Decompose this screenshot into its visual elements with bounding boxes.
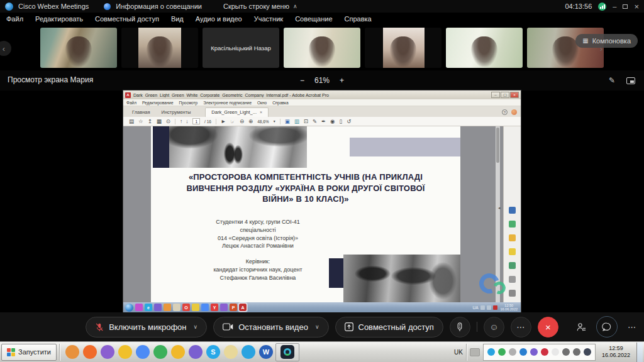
task-media-player-icon[interactable] xyxy=(65,345,79,359)
participant-thumbnail-2[interactable] xyxy=(121,28,198,68)
systray-telegram-icon[interactable] xyxy=(487,348,495,356)
create-pdf-icon[interactable] xyxy=(509,207,516,214)
itray-alert-icon[interactable] xyxy=(493,305,497,310)
page-view-icon[interactable]: ▣ xyxy=(285,119,290,124)
more-options-button[interactable]: ⋯ xyxy=(511,317,531,337)
ruler-icon[interactable]: ▥ xyxy=(294,119,299,124)
tab-tools[interactable]: Инструменты xyxy=(156,108,197,117)
task-skype-icon[interactable]: S xyxy=(206,345,220,359)
menu-audio-video[interactable]: Аудио и видео xyxy=(196,15,242,23)
systray-alert-icon[interactable] xyxy=(541,348,548,356)
connection-quality-icon[interactable] xyxy=(598,3,606,11)
task-firefox-icon[interactable] xyxy=(83,345,97,359)
menu-file[interactable]: Файл xyxy=(6,15,23,23)
picture-in-picture-icon[interactable] xyxy=(626,77,635,84)
itb-edge-icon[interactable]: e xyxy=(145,304,152,311)
systray-messages-icon[interactable] xyxy=(584,348,591,356)
start-button[interactable]: Запустити xyxy=(1,344,57,361)
document-zoom-level[interactable]: 48,6% xyxy=(257,119,269,124)
participant-thumbnail-6[interactable] xyxy=(446,28,523,68)
task-viber-icon[interactable] xyxy=(189,345,203,359)
zoom-dropdown-icon[interactable]: ▾ xyxy=(274,119,275,123)
minimize-button[interactable]: – xyxy=(613,3,616,10)
scrollbar-thumb[interactable] xyxy=(496,128,499,163)
systray-flag-icon[interactable] xyxy=(552,348,559,356)
itb-folder-icon[interactable] xyxy=(154,304,162,311)
acrobat-menu-view[interactable]: Просмотр xyxy=(179,101,198,105)
recorder-button[interactable] xyxy=(450,317,470,337)
pencil-icon[interactable]: ✎ xyxy=(313,119,317,124)
itb-chrome-icon[interactable] xyxy=(201,304,209,311)
task-kmplayer-icon[interactable] xyxy=(101,345,114,359)
systray-clipboard-icon[interactable] xyxy=(509,348,516,356)
account-avatar[interactable] xyxy=(511,109,517,115)
acrobat-menu-edit[interactable]: Редактирование xyxy=(142,101,174,105)
task-word-icon[interactable]: W xyxy=(259,345,273,359)
page-number-input[interactable]: 1 xyxy=(192,118,200,124)
unmute-button[interactable]: Включить микрофон ∨ xyxy=(86,317,207,337)
restore-button[interactable] xyxy=(623,3,628,10)
undo-icon[interactable]: ↺ xyxy=(347,119,351,124)
task-chrome-beta-icon[interactable] xyxy=(153,345,167,359)
task-chrome-canary-icon[interactable] xyxy=(171,345,185,359)
previous-participants-button[interactable]: ‹ xyxy=(0,41,11,56)
zoom-out-icon[interactable]: ⊖ xyxy=(240,119,244,124)
acrobat-close-button[interactable]: × xyxy=(510,92,519,98)
mic-options-chevron-icon[interactable]: ∨ xyxy=(194,324,198,330)
itb-viber-icon[interactable] xyxy=(220,304,228,311)
itb-yandex-icon[interactable]: Y xyxy=(211,304,218,311)
language-indicator[interactable]: UK xyxy=(454,349,463,356)
export-excel-icon[interactable] xyxy=(509,221,516,228)
menu-edit[interactable]: Редактировать xyxy=(35,15,83,23)
tab-home[interactable]: Главная xyxy=(126,108,156,117)
itb-player-icon[interactable] xyxy=(164,304,171,311)
participant-thumbnail-3[interactable]: Красільніцький Назар xyxy=(203,28,279,68)
share-content-button[interactable]: Совместный доступ xyxy=(335,317,443,337)
itb-photos-icon[interactable] xyxy=(173,304,180,311)
menu-meeting[interactable]: Совещание xyxy=(295,15,332,23)
hide-menu-label[interactable]: Скрыть строку меню xyxy=(223,3,289,10)
hide-menu-control[interactable]: Скрыть строку меню ∧ xyxy=(223,3,297,10)
upload-icon[interactable]: ↥ xyxy=(148,119,152,124)
more-panels-button[interactable]: ⋯ xyxy=(628,322,636,332)
menu-help[interactable]: Справка xyxy=(345,15,372,23)
itb-security-icon[interactable] xyxy=(192,304,199,311)
zoom-in-button[interactable]: + xyxy=(340,76,344,85)
page-down-icon[interactable]: ↓ xyxy=(186,119,188,124)
taskbar-clock[interactable]: 12:59 16.06.2022 xyxy=(599,345,633,359)
comment-tool-icon[interactable] xyxy=(509,248,516,255)
search-icon[interactable]: ⊙ xyxy=(166,119,170,124)
help-icon[interactable]: ? xyxy=(502,109,508,115)
meeting-info-icon[interactable] xyxy=(104,3,111,10)
itray-chevron-icon[interactable] xyxy=(480,305,485,310)
print-icon[interactable]: ▦ xyxy=(157,119,162,124)
zoom-out-button[interactable]: − xyxy=(300,76,304,85)
participant-thumbnail-1[interactable] xyxy=(40,28,117,68)
acrobat-menu-window[interactable]: Окно xyxy=(257,101,267,105)
layout-button[interactable]: ▦ Компоновка xyxy=(575,34,638,48)
acrobat-minimize-button[interactable]: – xyxy=(491,92,500,98)
menu-participant[interactable]: Участник xyxy=(254,15,283,23)
participants-button[interactable] xyxy=(576,322,586,332)
systray-browser-icon[interactable] xyxy=(519,348,527,356)
task-avg-icon[interactable] xyxy=(118,345,132,359)
print-production-icon[interactable] xyxy=(509,262,516,269)
show-desktop-button[interactable] xyxy=(636,343,643,362)
video-options-chevron-icon[interactable]: ∨ xyxy=(315,324,319,330)
stamp-icon[interactable]: ◉ xyxy=(330,119,335,124)
acrobat-restore-button[interactable]: ▢ xyxy=(501,92,509,98)
itb-opera-icon[interactable]: O xyxy=(182,304,190,311)
page-up-icon[interactable]: ↑ xyxy=(180,119,182,124)
comment-icon[interactable]: ⊡ xyxy=(304,119,308,124)
task-explorer-icon[interactable] xyxy=(224,345,238,359)
task-chrome-icon[interactable] xyxy=(136,345,150,359)
tab-document[interactable]: Dark_Green_Light_... × xyxy=(205,107,269,117)
task-telegram-icon[interactable] xyxy=(242,345,255,359)
star-icon[interactable]: ☆ xyxy=(138,119,143,124)
chat-button[interactable] xyxy=(596,316,618,337)
systray-antivirus-icon[interactable] xyxy=(498,348,506,356)
annotate-icon[interactable]: ✎ xyxy=(609,76,615,85)
systray-network-icon[interactable] xyxy=(573,348,580,356)
acrobat-menu-file[interactable]: Файл xyxy=(126,101,136,105)
itb-acrobat-icon[interactable]: A xyxy=(239,304,247,311)
